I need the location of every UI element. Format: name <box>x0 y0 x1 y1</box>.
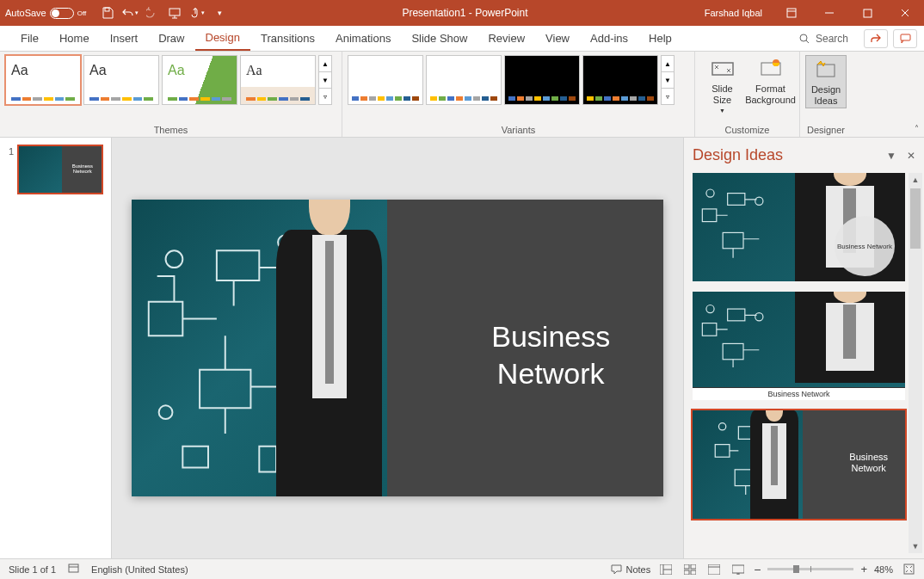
tab-review[interactable]: Review <box>477 26 535 51</box>
search-icon <box>798 33 810 45</box>
slide-size-button[interactable]: Slide Size ▼ <box>700 55 744 116</box>
slideshow-view-icon[interactable] <box>730 563 747 576</box>
tab-draw[interactable]: Draw <box>148 26 194 51</box>
pane-options-icon[interactable]: ▼ <box>886 150 896 162</box>
ribbon-display-options-icon[interactable] <box>773 0 810 26</box>
themes-scroll-up-icon[interactable]: ▲ <box>319 56 331 72</box>
slide-canvas[interactable]: Business Network <box>132 200 663 496</box>
design-idea-1-label: Business Network <box>835 216 895 276</box>
slide-thumbnail-1[interactable]: BusinessNetwork <box>17 145 103 194</box>
touch-mode-icon[interactable]: ▾ <box>188 3 206 22</box>
autosave-label: AutoSave <box>5 8 46 18</box>
zoom-out-button[interactable]: − <box>754 563 761 576</box>
themes-gallery-arrows: ▲ ▼ ▿ <box>318 55 332 105</box>
scroll-up-icon[interactable]: ▲ <box>909 173 922 187</box>
themes-scroll-down-icon[interactable]: ▼ <box>319 72 331 89</box>
group-customize-label: Customize <box>700 123 794 135</box>
scroll-thumb[interactable] <box>910 188 921 249</box>
format-background-icon <box>759 57 783 81</box>
theme-thumb-4[interactable]: Aa <box>240 55 316 105</box>
svg-rect-5 <box>901 34 910 40</box>
present-from-beginning-icon[interactable] <box>165 3 184 22</box>
minimize-icon[interactable] <box>810 0 848 26</box>
variants-expand-icon[interactable]: ▿ <box>662 89 674 104</box>
format-background-button[interactable]: Format Background <box>747 55 794 107</box>
zoom-slider[interactable] <box>767 568 853 570</box>
design-idea-card-1[interactable]: Business Network <box>693 173 905 281</box>
tab-insert[interactable]: Insert <box>100 26 149 51</box>
close-icon[interactable] <box>886 0 924 26</box>
svg-point-23 <box>706 305 714 313</box>
svg-rect-32 <box>684 564 689 569</box>
variant-thumb-2[interactable] <box>426 55 502 105</box>
design-ideas-title: Design Ideas <box>693 146 783 164</box>
status-bar: Slide 1 of 1 English (United States) Not… <box>0 558 924 579</box>
notes-button[interactable]: Notes <box>611 564 650 575</box>
accessibility-icon[interactable] <box>68 563 79 576</box>
group-themes-label: Themes <box>5 123 336 135</box>
theme-thumb-1[interactable]: Aa <box>5 55 81 105</box>
design-idea-card-3[interactable]: BusinessNetwork <box>693 410 905 519</box>
scroll-down-icon[interactable]: ▼ <box>909 539 922 553</box>
quick-access-toolbar: ▾ ▾ ▾ <box>91 3 236 22</box>
tab-home[interactable]: Home <box>49 26 100 51</box>
variants-scroll-down-icon[interactable]: ▼ <box>662 72 674 89</box>
share-icon <box>871 33 882 44</box>
zoom-value[interactable]: 48% <box>874 564 893 575</box>
design-ideas-button[interactable]: Design Ideas <box>805 55 847 108</box>
autosave-state: Off <box>77 9 87 17</box>
zoom-in-button[interactable]: + <box>860 563 867 576</box>
slide-title[interactable]: Business Network <box>491 318 610 391</box>
design-ideas-scrollbar[interactable]: ▲ ▼ <box>909 173 922 553</box>
qat-customize-icon[interactable]: ▾ <box>210 3 229 22</box>
svg-rect-3 <box>864 9 872 17</box>
svg-point-28 <box>718 423 725 430</box>
slide-editor-area[interactable]: Business Network <box>112 138 683 558</box>
tab-help[interactable]: Help <box>638 26 682 51</box>
tab-animations[interactable]: Animations <box>325 26 401 51</box>
maximize-icon[interactable] <box>848 0 886 26</box>
tab-design[interactable]: Design <box>195 26 250 51</box>
svg-rect-21 <box>728 309 745 321</box>
share-button[interactable] <box>864 29 888 48</box>
group-themes: Aa Aa Aa Aa ▲ ▼ ▿ Themes <box>0 52 342 137</box>
pane-close-icon[interactable]: ✕ <box>907 150 915 162</box>
variant-thumb-3[interactable] <box>504 55 580 105</box>
theme-thumb-3[interactable]: Aa <box>162 55 237 105</box>
variant-thumb-4[interactable] <box>582 55 658 105</box>
comments-button[interactable] <box>893 29 917 48</box>
language-status[interactable]: English (United States) <box>91 564 188 575</box>
redo-icon[interactable] <box>143 3 162 22</box>
autosave[interactable]: AutoSave Off <box>0 8 91 19</box>
tab-transitions[interactable]: Transitions <box>250 26 325 51</box>
variants-scroll-up-icon[interactable]: ▲ <box>662 56 674 72</box>
businessman-graphic <box>272 200 386 496</box>
slide-sorter-view-icon[interactable] <box>681 563 699 576</box>
collapse-ribbon-icon[interactable]: ˄ <box>915 124 919 133</box>
account-username[interactable]: Farshad Iqbal <box>694 8 773 18</box>
variant-thumb-1[interactable] <box>348 55 423 105</box>
save-icon[interactable] <box>98 3 117 22</box>
design-idea-card-2[interactable]: Business Network <box>693 292 905 400</box>
undo-icon[interactable]: ▾ <box>120 3 139 22</box>
design-ideas-icon <box>814 58 838 82</box>
autosave-toggle-icon[interactable] <box>50 8 74 19</box>
reading-view-icon[interactable] <box>705 563 723 576</box>
tell-me-search[interactable]: Search <box>790 26 857 51</box>
themes-expand-icon[interactable]: ▿ <box>319 89 331 104</box>
tab-file[interactable]: File <box>10 26 49 51</box>
design-idea-3-label: BusinessNetwork <box>849 452 888 474</box>
group-designer-label: Designer <box>805 123 847 135</box>
svg-rect-15 <box>702 209 717 222</box>
svg-rect-16 <box>728 194 745 206</box>
svg-rect-35 <box>691 570 696 575</box>
ribbon-tabs: File Home Insert Draw Design Transitions… <box>0 26 924 52</box>
normal-view-icon[interactable] <box>657 563 675 576</box>
theme-thumb-2[interactable]: Aa <box>83 55 159 105</box>
fit-to-window-icon[interactable] <box>900 563 917 576</box>
tab-addins[interactable]: Add-ins <box>580 26 638 51</box>
slide-count[interactable]: Slide 1 of 1 <box>9 564 56 575</box>
tab-view[interactable]: View <box>535 26 580 51</box>
svg-rect-22 <box>723 343 743 359</box>
tab-slideshow[interactable]: Slide Show <box>401 26 477 51</box>
